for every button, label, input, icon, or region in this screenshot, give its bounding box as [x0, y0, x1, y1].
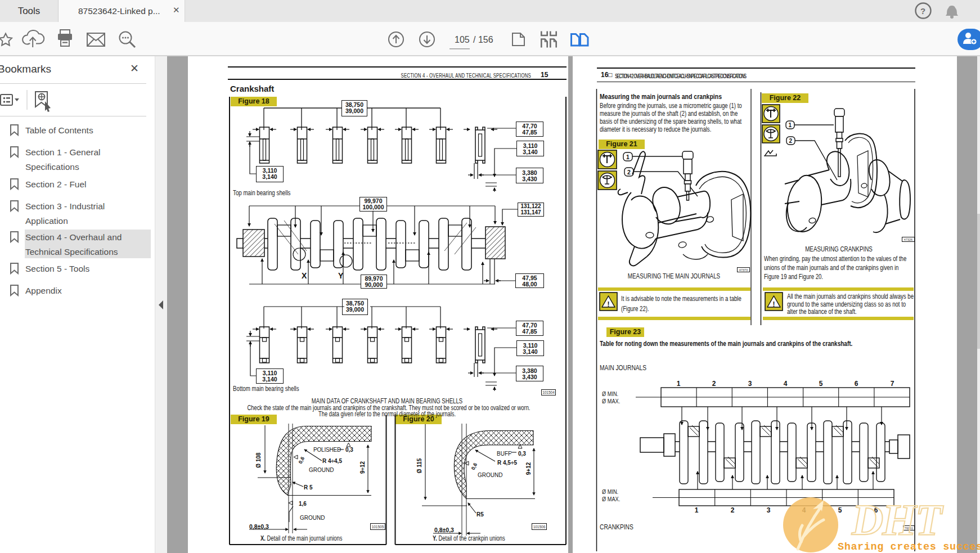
- svg-text:0,6: 0,6: [298, 456, 305, 465]
- svg-text:2: 2: [712, 380, 716, 388]
- svg-text:R5: R5: [476, 511, 484, 518]
- svg-text:R 4,5÷5: R 4,5÷5: [497, 460, 517, 466]
- svg-text:2: 2: [731, 506, 735, 514]
- svg-text:0,3: 0,3: [345, 447, 353, 453]
- svg-text:/ 156: / 156: [473, 35, 493, 44]
- svg-text:105: 105: [455, 35, 470, 44]
- svg-text:6: 6: [855, 380, 858, 388]
- svg-text:1: 1: [626, 154, 630, 160]
- svg-text:POLISHED: POLISHED: [313, 447, 341, 453]
- svg-text:2: 2: [627, 169, 631, 176]
- svg-text:DHT: DHT: [851, 495, 944, 544]
- svg-text:BUFF: BUFF: [497, 451, 511, 457]
- svg-text:1: 1: [677, 380, 681, 388]
- svg-text:Ø 115: Ø 115: [416, 458, 422, 473]
- svg-text:!: !: [608, 300, 610, 308]
- svg-text:Sharing creates success: Sharing creates success: [838, 541, 980, 553]
- svg-text:0,3: 0,3: [518, 451, 526, 457]
- svg-text:0,6: 0,6: [470, 462, 478, 471]
- svg-text:!: !: [773, 300, 775, 308]
- svg-text:?: ?: [920, 6, 925, 16]
- svg-text:GROUND: GROUND: [478, 472, 502, 478]
- svg-text:2: 2: [789, 138, 793, 144]
- svg-text:0,8±0,3: 0,8±0,3: [249, 523, 269, 530]
- svg-text:1: 1: [789, 122, 792, 128]
- svg-text:Ø 108: Ø 108: [255, 452, 262, 468]
- svg-text:3: 3: [748, 380, 752, 388]
- svg-text:9+12: 9+12: [525, 462, 532, 475]
- svg-text:1,6: 1,6: [299, 501, 307, 507]
- svg-text:1: 1: [695, 506, 699, 514]
- svg-text:GROUND: GROUND: [300, 515, 325, 521]
- svg-text:4: 4: [784, 380, 788, 388]
- svg-text:0,8±0,3: 0,8±0,3: [434, 527, 454, 533]
- svg-text:7: 7: [891, 380, 894, 388]
- svg-text:R 4÷4,5: R 4÷4,5: [322, 458, 342, 464]
- svg-text:R 5: R 5: [304, 484, 313, 491]
- svg-text:X: X: [302, 271, 307, 280]
- svg-text:Y: Y: [338, 271, 344, 280]
- svg-text:9÷12: 9÷12: [359, 461, 366, 474]
- svg-text:5: 5: [819, 380, 823, 388]
- svg-text:GROUND: GROUND: [309, 467, 334, 473]
